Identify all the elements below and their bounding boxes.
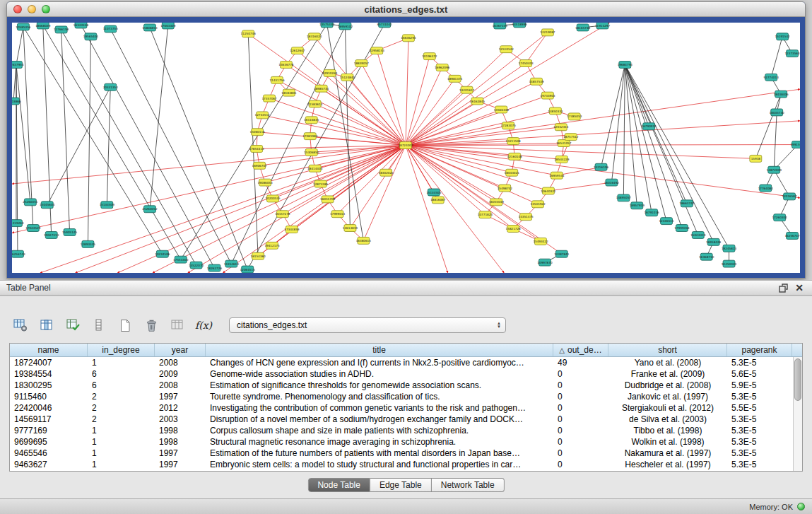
table-row[interactable]: 1830029562008Estimation of significance … — [10, 380, 793, 391]
graph-node[interactable]: 15124840 — [340, 74, 355, 81]
graph-node[interactable]: 18043021 — [505, 169, 520, 176]
graph-edge[interactable] — [81, 25, 214, 268]
graph-node[interactable]: 17999358 — [674, 225, 690, 232]
graph-node[interactable]: 12160108 — [507, 153, 523, 160]
graph-node[interactable]: 16380615 — [356, 237, 372, 244]
graph-edge[interactable] — [406, 146, 755, 159]
graph-node[interactable]: 15905145 — [62, 229, 78, 236]
graph-node[interactable]: 12016587 — [782, 193, 797, 200]
graph-edge[interactable] — [526, 33, 548, 64]
graph-node[interactable]: 92774013 — [764, 74, 779, 81]
graph-node[interactable]: 16791016 — [645, 209, 660, 216]
graph-node[interactable]: 12637954 — [12, 62, 24, 69]
graph-node[interactable]: 18438406 — [774, 90, 789, 98]
graph-node[interactable]: 18316024 — [307, 33, 322, 40]
graph-edge[interactable] — [377, 51, 406, 146]
graph-edge[interactable] — [188, 146, 406, 273]
graph-node[interactable]: 14566348 — [494, 106, 510, 113]
graph-node[interactable]: 11431756 — [269, 76, 285, 83]
graph-node[interactable]: 14857539 — [529, 78, 544, 85]
table-row[interactable]: 969969511998Structural magnetic resonanc… — [10, 436, 793, 448]
graph-node[interactable]: 10585356 — [16, 23, 31, 30]
graph-edge[interactable] — [406, 111, 555, 146]
graph-node[interactable]: 16256743 — [12, 250, 25, 257]
graph-edge[interactable] — [625, 64, 666, 221]
graph-node[interactable]: 11073755 — [103, 25, 119, 33]
graph-edge[interactable] — [406, 90, 467, 145]
graph-edge[interactable] — [625, 64, 713, 242]
network-canvas[interactable]: 1872400718316024126126471463677811431756… — [12, 23, 800, 273]
graph-node[interactable]: 12734512 — [255, 112, 271, 119]
function-builder-icon[interactable]: f(x) — [193, 315, 214, 335]
graph-node[interactable]: 16790912 — [642, 123, 657, 130]
graph-node[interactable]: 12510542 — [499, 46, 514, 53]
graph-node[interactable]: 15808853 — [142, 24, 158, 31]
table-row[interactable]: 1872400712008Changes of HCN gene express… — [10, 357, 793, 368]
graph-node[interactable]: 16959544 — [549, 172, 565, 179]
graph-edge[interactable] — [61, 30, 70, 233]
graph-edge[interactable] — [625, 64, 652, 212]
graph-node[interactable]: 17260304 — [772, 214, 788, 221]
tab-network-table[interactable]: Network Table — [432, 478, 505, 492]
show-column-icon[interactable] — [36, 315, 57, 335]
graph-node[interactable]: 17357067 — [261, 95, 277, 102]
graph-node[interactable]: 15060116 — [250, 129, 266, 136]
graph-edge[interactable] — [361, 64, 406, 146]
graph-node[interactable]: 10640321 — [541, 187, 556, 194]
graph-node[interactable]: 12373563 — [784, 50, 800, 57]
graph-node[interactable]: 85731042 — [377, 23, 393, 28]
row-tools-icon[interactable] — [88, 315, 110, 335]
graph-node[interactable]: 20531354 — [103, 83, 119, 90]
table-row[interactable]: 977716911998Corpus callosum shape and si… — [10, 425, 793, 436]
graph-node[interactable]: 19734903 — [540, 92, 555, 99]
graph-edge[interactable] — [406, 126, 508, 146]
table-settings-icon[interactable] — [10, 315, 31, 335]
new-document-icon[interactable] — [114, 315, 136, 335]
graph-node[interactable]: 18668039 — [35, 23, 51, 29]
graph-node[interactable]: 16055049 — [489, 199, 505, 206]
graph-node[interactable]: 15821728 — [506, 226, 522, 233]
graph-edge[interactable] — [345, 26, 350, 228]
graph-node[interactable]: 19027313 — [44, 231, 59, 238]
graph-node[interactable]: 11914297 — [595, 23, 611, 29]
graph-node[interactable]: 18757512 — [563, 134, 579, 141]
graph-node[interactable]: 15045604 — [40, 201, 55, 209]
graph-node[interactable]: 14518998 — [512, 23, 528, 28]
graph-node[interactable]: 19412175 — [264, 242, 280, 249]
graph-node[interactable]: 12487841 — [554, 250, 570, 257]
graph-node[interactable]: 16906707 — [252, 162, 268, 169]
graph-node[interactable]: 15191542 — [775, 33, 791, 40]
graph-edge[interactable] — [310, 136, 406, 146]
graph-node[interactable]: 18262726 — [207, 264, 223, 271]
graph-node[interactable]: 18184805 — [281, 89, 297, 96]
column-header-out_de[interactable]: △out_de… — [553, 344, 608, 356]
graph-edge[interactable] — [774, 170, 789, 197]
graph-node[interactable]: 16959102 — [338, 23, 353, 30]
graph-node[interactable]: 13211508 — [506, 138, 522, 145]
graph-node[interactable]: 18981373 — [447, 75, 463, 82]
graph-node[interactable]: 17663309 — [160, 23, 176, 29]
graph-node[interactable]: 17485053 — [567, 113, 582, 120]
graph-node[interactable]: 17344859 — [284, 226, 300, 233]
graph-node[interactable]: 14351475 — [518, 214, 534, 221]
graph-node[interactable]: 12893345 — [81, 240, 96, 247]
graph-node[interactable]: 17283075 — [501, 122, 517, 129]
graph-edge[interactable] — [338, 146, 406, 214]
graph-node[interactable]: 18985734 — [314, 85, 329, 92]
graph-node[interactable]: 11250746 — [241, 30, 257, 37]
graph-node[interactable]: 11583614 — [307, 100, 323, 107]
graph-node[interactable]: 17450403 — [518, 60, 534, 67]
graph-edge[interactable] — [406, 127, 561, 146]
graph-edge[interactable] — [406, 64, 526, 146]
graph-edge[interactable] — [47, 87, 111, 205]
window-titlebar[interactable]: citations_edges.txt — [7, 2, 805, 17]
graph-node[interactable]: 11319264 — [12, 220, 24, 227]
graph-node[interactable]: 17081983 — [302, 133, 318, 140]
table-row[interactable]: 946554611997Estimation of the future num… — [10, 448, 793, 459]
graph-node[interactable]: 16344558 — [73, 23, 89, 28]
graph-node[interactable]: 16368710 — [699, 253, 714, 260]
graph-node[interactable]: 17024529 — [25, 225, 41, 232]
graph-node[interactable]: 16157278 — [275, 211, 290, 218]
graph-node[interactable]: 17999013 — [330, 211, 346, 218]
graph-node[interactable]: 18816067 — [430, 197, 446, 204]
